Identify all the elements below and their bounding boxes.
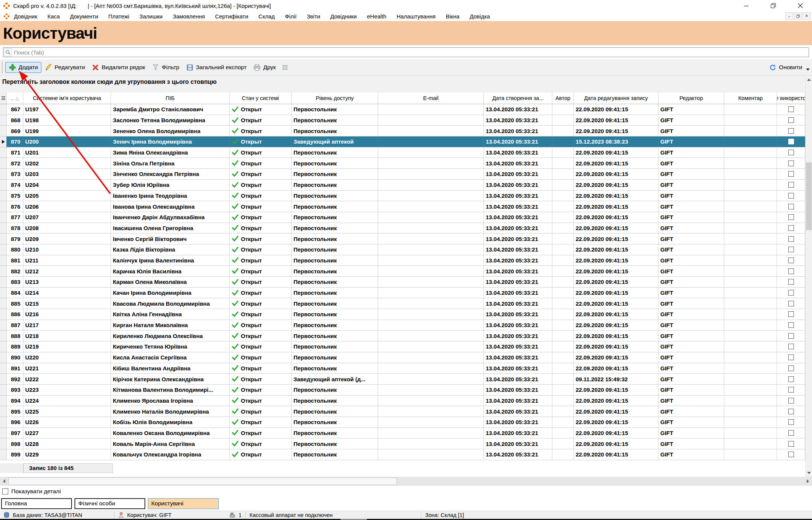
column-header-unused[interactable]: Не використо... [777, 92, 805, 104]
print-button[interactable]: Друк [250, 62, 279, 73]
restore-button[interactable] [768, 2, 778, 10]
not-used-checkbox[interactable] [788, 204, 794, 209]
not-used-checkbox[interactable] [788, 441, 794, 447]
table-row[interactable]: 888U218Кириленко Людмила ОлексіївнаОткры… [0, 330, 805, 341]
table-row[interactable]: 889U219Кириченко Тетяна ЮріївнаОткрытПер… [0, 341, 805, 352]
menu-item-філії[interactable]: Філії [285, 13, 297, 20]
not-used-checkbox[interactable] [788, 387, 794, 393]
table-row[interactable]: 898U228Коваль Марія-Анна СергіївнаОткрыт… [0, 438, 805, 449]
table-row[interactable]: 885U215Квасова Людмила ВолодимирівнаОткр… [0, 298, 805, 309]
not-used-checkbox[interactable] [788, 322, 794, 328]
column-header-author[interactable]: Автор [552, 92, 574, 104]
menu-item-звіти[interactable]: Звіти [307, 13, 320, 20]
table-row[interactable]: 873U203Зінченко Олександра ПетрівнаОткры… [0, 169, 805, 180]
table-row[interactable]: 875U205Іваненко Ірина ТеодорівнаОткрытПе… [0, 191, 805, 202]
toolbar-overflow-icon[interactable] [806, 68, 810, 71]
table-row[interactable]: 891U221Кібиш Валентина АндріївнаОткрытПе… [0, 363, 805, 374]
table-row[interactable]: 883U213Карман Олена МиколаївнаОткрытПерв… [0, 277, 805, 288]
table-row[interactable]: 884U214Качан Ірина ВолодимирівнаОткрытПе… [0, 288, 805, 299]
menu-item-залишки[interactable]: Залишки [140, 13, 163, 20]
scroll-down-icon[interactable] [806, 469, 812, 477]
menu-item-довідка[interactable]: Довідка [470, 13, 490, 20]
table-row[interactable]: 867U197Заремба Дмитро СтаніславовичОткры… [0, 104, 805, 115]
table-row[interactable]: 887U217Кирган Наталя МиколаївнаОткрытПер… [0, 320, 805, 331]
column-header-edited[interactable]: Дата редагування запису [574, 92, 658, 104]
not-used-checkbox[interactable] [788, 214, 794, 220]
not-used-checkbox[interactable] [788, 117, 794, 123]
table-row[interactable]: 879U209Івченко Сергій ВікторовичОткрытПе… [0, 233, 805, 244]
table-row[interactable]: 876U206Іванова Ірина ОлександрівнаОткрыт… [0, 201, 805, 212]
menu-item-платежі[interactable]: Платежі [108, 13, 129, 20]
not-used-checkbox[interactable] [788, 236, 794, 242]
not-used-checkbox[interactable] [788, 376, 794, 382]
table-row[interactable]: 869U199Зененко Олена ВолодимирівнаОткрыт… [0, 126, 805, 136]
table-row[interactable]: 877U207Іванченко Дарін АбдулвахабівнаОтк… [0, 212, 805, 223]
minimize-button[interactable] [741, 2, 751, 10]
refresh-button[interactable]: Оновити [769, 64, 802, 71]
not-used-checkbox[interactable] [788, 311, 794, 317]
table-row[interactable]: 880U210Казка Лідія ВікторівнаОткрытПерво… [0, 244, 805, 255]
column-header-level[interactable]: Рівень доступу [292, 92, 378, 104]
menu-item-довідник[interactable]: Довідник [14, 13, 37, 20]
mdi-minimize-button[interactable]: – [785, 12, 793, 20]
vertical-scrollbar[interactable] [805, 76, 812, 477]
scroll-up-icon[interactable] [806, 76, 812, 83]
not-used-checkbox[interactable] [788, 225, 794, 231]
not-used-checkbox[interactable] [788, 344, 794, 349]
menu-item-налаштування[interactable]: Налаштування [397, 13, 436, 20]
vertical-scroll-thumb[interactable] [806, 162, 812, 230]
not-used-checkbox[interactable] [788, 290, 794, 296]
column-header-editor[interactable]: Редактор [658, 92, 724, 104]
column-header-state[interactable]: Стан у системі [230, 92, 292, 104]
not-used-checkbox[interactable] [788, 193, 794, 199]
table-row[interactable]: 878U208Івасишена Олена ГригорівнаОткрытП… [0, 223, 805, 234]
menu-item-замовлення[interactable]: Замовлення [173, 13, 205, 20]
search-input[interactable] [3, 47, 809, 57]
column-chooser-icon[interactable] [0, 92, 7, 104]
table-row[interactable]: 896U226Кобізь Юлія ВолодимирівнаОткрытПе… [0, 417, 805, 428]
mdi-restore-button[interactable] [794, 12, 802, 20]
scroll-left-icon[interactable] [0, 477, 8, 486]
menu-item-довідники[interactable]: Довідники [330, 13, 357, 20]
not-used-checkbox[interactable] [788, 430, 794, 436]
filter-button[interactable]: Фільтр [149, 62, 183, 73]
menu-item-склад[interactable]: Склад [259, 13, 275, 20]
not-used-checkbox[interactable] [788, 409, 794, 414]
not-used-checkbox[interactable] [788, 182, 794, 188]
not-used-checkbox[interactable] [788, 279, 794, 285]
table-row[interactable]: 870U200Зенич Ірина ВолодимирівнаОткрытЗа… [0, 136, 805, 147]
scroll-right-icon[interactable] [804, 477, 812, 486]
table-row[interactable]: 892U222Кірічок Катерина ОлександрівнаОтк… [0, 374, 805, 385]
menu-item-ehealth[interactable]: eHealth [367, 13, 386, 20]
table-row[interactable]: 893U223Кітманова Валентина Володимирі...… [0, 385, 805, 396]
horizontal-scrollbar[interactable] [0, 477, 812, 486]
table-row[interactable]: 882U212Карачка Юлія ВасилівнаОткрытПерво… [0, 266, 805, 277]
add-button[interactable]: Додати [5, 62, 41, 73]
bottom-tab-фізичні-особи[interactable]: Фізичні особи [75, 498, 145, 509]
column-header-sys[interactable]: Системне ім'я користувача [23, 92, 111, 104]
column-header-name[interactable]: ПІБ [111, 92, 230, 104]
close-button[interactable] [795, 2, 805, 10]
not-used-checkbox[interactable] [788, 398, 794, 403]
delete-row-button[interactable]: Видалити рядок [88, 62, 149, 73]
bottom-tab-головна[interactable]: Головна [1, 498, 72, 509]
not-used-checkbox[interactable] [788, 161, 794, 166]
columns-icon[interactable] [281, 64, 289, 71]
column-header-email[interactable]: E-mail [378, 92, 484, 104]
table-row[interactable]: 874U204Зубер Юлія ЮріївнаОткрытПервостол… [0, 180, 805, 191]
not-used-checkbox[interactable] [788, 301, 794, 306]
menu-item-сертифікати[interactable]: Сертифікати [215, 13, 248, 20]
table-row[interactable]: 868U198Заслонко Тетяна ВолодимирівнаОткр… [0, 115, 805, 126]
menu-item-документи[interactable]: Документи [70, 13, 98, 20]
not-used-checkbox[interactable] [788, 247, 794, 252]
show-details-checkbox[interactable] [2, 488, 8, 494]
table-row[interactable]: 872U202Зініна Ольга ПетрівнаОткрытПервос… [0, 158, 805, 169]
not-used-checkbox[interactable] [788, 268, 794, 274]
table-row[interactable]: 894U224Клименко Ярослава ІгорівнаОткрытП… [0, 396, 805, 406]
table-row[interactable]: 897U227Коваленко Оксана ВолодимирівнаОтк… [0, 428, 805, 439]
column-header-created[interactable]: Дата створення за... [484, 92, 552, 104]
table-row[interactable]: 899U229Ковальчук Олександра ІгорівнаОткр… [0, 449, 805, 460]
not-used-checkbox[interactable] [788, 139, 794, 144]
table-row[interactable]: 881U211Калінчук Ірина ВалентинівнаОткрыт… [0, 255, 805, 266]
table-row[interactable]: 871U201Зима Яніна ОлександрівнаОткрытПер… [0, 147, 805, 158]
